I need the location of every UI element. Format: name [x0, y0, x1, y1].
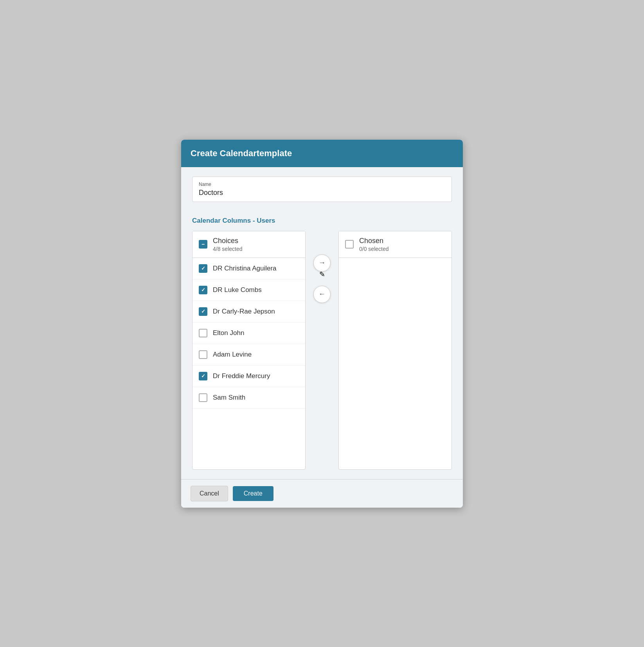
choices-count: 4/8 selected	[213, 246, 243, 252]
modal-body: Name Doctors Calendar Columns - Users − …	[181, 167, 463, 479]
arrow-right-icon: →	[318, 259, 326, 267]
choices-select-all-checkbox[interactable]: −	[199, 240, 207, 249]
transfer-right-button[interactable]: →	[313, 254, 331, 272]
section-title: Calendar Columns - Users	[192, 217, 452, 225]
name-field-container: Name Doctors	[192, 177, 452, 202]
item-checkbox-empty[interactable]	[199, 393, 207, 402]
checkmark-icon: ✓	[201, 265, 205, 271]
chosen-title: Chosen	[359, 237, 389, 245]
name-label: Name	[199, 182, 445, 187]
checkmark-icon: ✓	[201, 373, 205, 379]
modal-footer: Cancel Create	[181, 479, 463, 508]
list-item[interactable]: Elton John	[192, 323, 305, 344]
item-checkbox-empty[interactable]	[199, 350, 207, 359]
create-button[interactable]: Create	[233, 486, 273, 501]
list-item[interactable]: ✓ Dr Freddie Mercury	[192, 366, 305, 387]
cancel-button[interactable]: Cancel	[191, 486, 228, 501]
cursor-icon: ✎	[319, 270, 325, 279]
item-name: DR Christina Aguilera	[213, 265, 277, 272]
list-item[interactable]: ✓ DR Luke Combs	[192, 279, 305, 301]
item-checkbox-checked[interactable]: ✓	[199, 286, 207, 294]
list-item[interactable]: ✓ DR Christina Aguilera	[192, 258, 305, 279]
item-name: Elton John	[213, 329, 244, 337]
chosen-scroll-area[interactable]	[339, 258, 452, 469]
transfer-left-button[interactable]: ←	[313, 286, 331, 303]
checkmark-icon: ✓	[201, 287, 205, 293]
choices-header: − Choices 4/8 selected	[192, 231, 305, 258]
item-name: Sam Smith	[213, 394, 245, 402]
item-checkbox-empty[interactable]	[199, 329, 207, 337]
modal-header: Create Calendartemplate	[181, 140, 463, 167]
chosen-panel: Chosen 0/0 selected	[338, 231, 452, 470]
chosen-select-all-checkbox[interactable]	[345, 240, 354, 249]
minus-icon: −	[201, 241, 205, 247]
item-name: Dr Freddie Mercury	[213, 372, 270, 380]
modal-title: Create Calendartemplate	[191, 148, 453, 159]
list-item[interactable]: Sam Smith	[192, 387, 305, 409]
chosen-header: Chosen 0/0 selected	[339, 231, 452, 258]
chosen-count: 0/0 selected	[359, 246, 389, 252]
choices-panel: − Choices 4/8 selected ✓ DR Christina Ag…	[192, 231, 306, 470]
item-checkbox-checked[interactable]: ✓	[199, 372, 207, 380]
item-checkbox-checked[interactable]: ✓	[199, 264, 207, 273]
checkmark-icon: ✓	[201, 308, 205, 314]
item-name: DR Luke Combs	[213, 286, 262, 294]
modal-dialog: Create Calendartemplate Name Doctors Cal…	[181, 140, 463, 508]
choices-scroll-area[interactable]: ✓ DR Christina Aguilera ✓ DR Luke Combs …	[192, 258, 305, 469]
choices-title: Choices	[213, 237, 243, 245]
dual-list-container: − Choices 4/8 selected ✓ DR Christina Ag…	[192, 231, 452, 470]
arrow-left-icon: ←	[318, 290, 326, 298]
name-value: Doctors	[199, 189, 445, 197]
item-name: Adam Levine	[213, 351, 252, 359]
transfer-buttons-container: → ✎ ←	[306, 254, 338, 303]
name-section: Name Doctors	[192, 177, 452, 210]
list-item[interactable]: Adam Levine	[192, 344, 305, 366]
item-name: Dr Carly-Rae Jepson	[213, 308, 275, 315]
item-checkbox-checked[interactable]: ✓	[199, 307, 207, 316]
list-item[interactable]: ✓ Dr Carly-Rae Jepson	[192, 301, 305, 323]
